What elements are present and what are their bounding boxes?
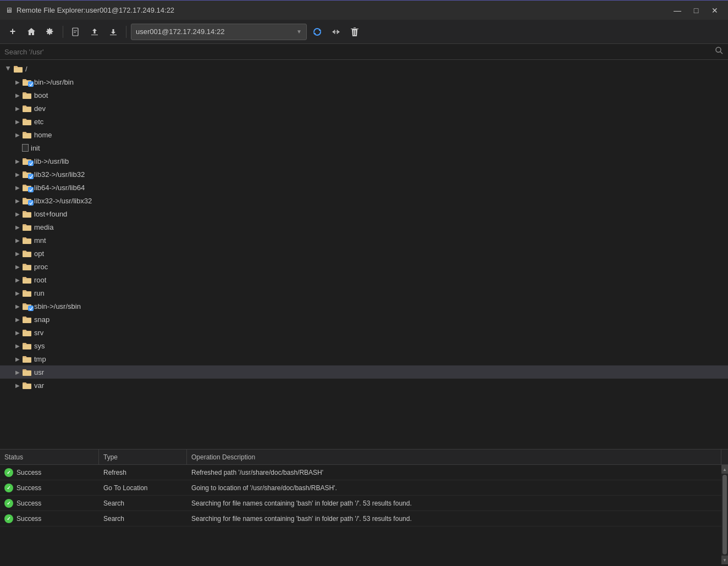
expand-arrow[interactable]: ▶ — [13, 223, 22, 231]
separator-1 — [63, 26, 63, 38]
folder-icon — [22, 355, 32, 363]
expand-arrow[interactable]: ▶ — [13, 77, 22, 86]
tree-item[interactable]: ▶ media — [0, 220, 728, 234]
minimize-button[interactable]: — — [669, 3, 686, 18]
status-scrollbar[interactable]: ▲ ▼ — [721, 465, 728, 564]
tree-item[interactable]: ▶ lib->/usr/lib — [0, 154, 728, 168]
item-label: boot — [34, 91, 48, 99]
expand-arrow[interactable]: ▶ — [13, 381, 22, 390]
expand-arrow[interactable]: ▶ — [13, 117, 22, 126]
tree-item[interactable]: ▶ run — [0, 286, 728, 299]
tree-item[interactable]: ▶ opt — [0, 247, 728, 260]
item-label: libx32->/usr/libx32 — [34, 197, 92, 205]
settings-button[interactable] — [42, 24, 58, 40]
location-dropdown-icon: ▼ — [296, 29, 302, 35]
expand-arrow[interactable]: ▶ — [13, 328, 22, 337]
location-text: user001@172.17.249.14:22 — [136, 27, 296, 36]
expand-arrow[interactable]: ▶ — [13, 302, 22, 310]
expand-arrow[interactable]: ▶ — [13, 262, 22, 271]
new-file-button[interactable] — [68, 24, 84, 40]
tree-item[interactable]: ▶ sbin->/usr/sbin — [0, 299, 728, 313]
tree-item[interactable]: ▶ root — [0, 273, 728, 286]
expand-arrow[interactable]: ▶ — [13, 341, 22, 350]
tree-item[interactable]: ▶ sys — [0, 339, 728, 352]
status-cell-type: Search — [99, 498, 187, 508]
folder-icon — [22, 329, 32, 336]
folder-icon — [22, 118, 32, 125]
scroll-up-button[interactable]: ▲ — [721, 465, 728, 474]
status-cell-desc: Going to location of '/usr/share/doc/bas… — [187, 483, 721, 493]
status-row[interactable]: Success Search Searching for file names … — [0, 496, 721, 511]
svg-rect-0 — [73, 28, 78, 36]
expand-arrow[interactable]: ▶ — [13, 170, 22, 179]
expand-arrow[interactable]: ▶ — [13, 315, 22, 324]
tree-item[interactable]: ▶ snap — [0, 313, 728, 326]
expand-arrow[interactable]: ▶ — [13, 288, 22, 297]
item-label: proc — [34, 263, 48, 271]
sync-button[interactable] — [328, 24, 344, 40]
scroll-thumb[interactable] — [723, 475, 727, 554]
download-button[interactable] — [105, 24, 122, 40]
add-button[interactable]: + — [4, 24, 21, 40]
item-label: lib32->/usr/lib32 — [34, 170, 85, 179]
expand-arrow[interactable]: ▶ — [13, 130, 22, 139]
expand-arrow[interactable]: ▶ — [13, 249, 22, 258]
status-col-type: Type — [99, 450, 187, 464]
file-tree[interactable]: ▶ / ▶ bin->/usr/bin ▶ — [0, 60, 728, 449]
tree-item[interactable]: ▶ boot — [0, 88, 728, 102]
expand-arrow[interactable]: ▶ — [13, 196, 22, 205]
tree-root[interactable]: ▶ / — [0, 62, 728, 75]
location-bar[interactable]: user001@172.17.249.14:22 ▼ — [131, 24, 307, 40]
status-row[interactable]: Success Go To Location Going to location… — [0, 480, 721, 496]
expand-arrow[interactable]: ▶ — [13, 157, 22, 165]
status-row[interactable]: Success Search Searching for file names … — [0, 511, 721, 526]
folder-icon — [22, 302, 32, 310]
status-row[interactable]: Success Refresh Refreshed path '/usr/sha… — [0, 465, 721, 480]
expand-arrow[interactable]: ▶ — [13, 91, 22, 99]
folder-icon — [22, 197, 32, 204]
delete-button[interactable] — [346, 24, 363, 40]
tree-item[interactable]: ▶ libx32->/usr/libx32 — [0, 194, 728, 207]
item-label: usr — [34, 368, 44, 376]
tree-item[interactable]: init — [0, 141, 728, 154]
status-rows[interactable]: Success Refresh Refreshed path '/usr/sha… — [0, 465, 721, 564]
success-icon — [4, 468, 13, 477]
refresh-button[interactable] — [309, 24, 326, 40]
success-icon — [4, 514, 13, 523]
scroll-down-button[interactable]: ▼ — [721, 556, 728, 564]
tree-item[interactable]: ▶ srv — [0, 326, 728, 339]
upload-button[interactable] — [86, 24, 103, 40]
tree-item[interactable]: ▶ var — [0, 379, 728, 392]
item-label: home — [34, 131, 52, 139]
search-icon[interactable] — [715, 46, 724, 57]
item-label: var — [34, 381, 44, 390]
maximize-button[interactable]: □ — [687, 3, 705, 18]
expand-arrow[interactable]: ▶ — [13, 183, 22, 192]
tree-item[interactable]: ▶ lib64->/usr/lib64 — [0, 181, 728, 194]
file-icon — [22, 144, 29, 152]
expand-arrow[interactable]: ▶ — [13, 209, 22, 218]
tree-item[interactable]: ▶ bin->/usr/bin — [0, 75, 728, 88]
tree-item[interactable]: ▶ tmp — [0, 352, 728, 365]
tree-item[interactable]: ▶ usr — [0, 365, 728, 379]
expand-arrow[interactable]: ▶ — [13, 368, 22, 376]
root-expand-arrow[interactable]: ▶ — [4, 64, 13, 73]
home-button[interactable] — [23, 24, 40, 40]
expand-arrow[interactable]: ▶ — [13, 354, 22, 363]
search-input[interactable] — [4, 48, 715, 56]
expand-arrow[interactable]: ▶ — [13, 236, 22, 245]
tree-item[interactable]: ▶ home — [0, 128, 728, 141]
tree-item[interactable]: ▶ lost+found — [0, 207, 728, 220]
tree-item[interactable]: ▶ mnt — [0, 234, 728, 247]
expand-arrow[interactable]: ▶ — [13, 104, 22, 113]
tree-item[interactable]: ▶ lib32->/usr/lib32 — [0, 168, 728, 181]
item-label: lib64->/usr/lib64 — [34, 184, 85, 192]
tree-item[interactable]: ▶ etc — [0, 115, 728, 128]
status-cell-status: Success — [0, 513, 99, 524]
close-button[interactable]: ✕ — [706, 3, 724, 18]
expand-arrow[interactable]: ▶ — [13, 275, 22, 284]
folder-icon — [22, 223, 32, 231]
tree-item[interactable]: ▶ proc — [0, 260, 728, 273]
status-cell-desc: Searching for file names containing 'bas… — [187, 514, 721, 524]
tree-item[interactable]: ▶ dev — [0, 102, 728, 115]
